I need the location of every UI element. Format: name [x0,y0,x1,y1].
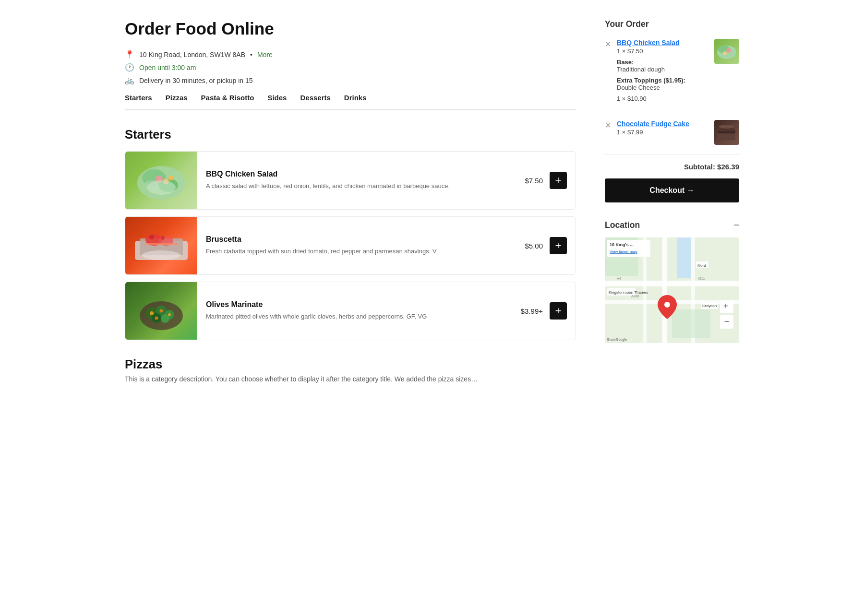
map-container[interactable]: Kingston upon Thames Croydon Ilford A4 A… [605,237,739,343]
bbq-salad-price: $7.50 [525,177,543,185]
svg-text:Kingston upon Thames: Kingston upon Thames [609,290,648,295]
svg-text:Croydon: Croydon [702,304,717,308]
svg-text:View larger map: View larger map [610,249,637,254]
bruscetta-body: Bruscetta Fresh ciabatta topped with sun… [197,217,516,274]
svg-point-6 [168,176,173,180]
svg-text:A406: A406 [631,295,639,298]
olives-add-button[interactable]: + [550,302,567,320]
olives-body: Olives Marinate Marinated pitted olives … [197,282,512,340]
order-bbq-salad-image [714,39,739,64]
nav-pizzas[interactable]: Pizzas [166,94,188,104]
page-title: Order Food Online [125,19,576,38]
svg-point-33 [719,125,734,129]
address-text: 10 King Road, London, SW1W 8AB [139,51,245,59]
order-bbq-salad-qty-price: 1 × $7.50 [617,47,708,55]
menu-item-olives: Olives Marinate Marinated pitted olives … [125,282,576,340]
nav-pasta-risotto[interactable]: Pasta & Risotto [201,94,254,104]
order-item-bbq-salad: ✕ BBQ Chicken Salad 1 × $7.50 Base: Trad… [605,39,739,102]
bruscetta-desc: Fresh ciabatta topped with sun dried tom… [206,247,507,256]
bbq-salad-svg [125,152,197,209]
bruscetta-image [125,217,197,274]
pizzas-desc: This is a category description. You can … [125,375,576,383]
clock-icon: 🕐 [125,63,134,72]
menu-item-bbq-salad: BBQ Chicken Salad A classic salad with l… [125,151,576,210]
bbq-salad-name: BBQ Chicken Salad [206,170,507,178]
remove-bbq-salad-button[interactable]: ✕ [605,40,611,49]
olives-desc: Marinated pitted olives with whole garli… [206,312,504,321]
subtotal-label: Subtotal: [684,163,717,171]
order-item-bbq-salad-details: BBQ Chicken Salad 1 × $7.50 Base: Tradit… [617,39,708,102]
svg-rect-42 [677,237,691,278]
nav-desserts[interactable]: Desserts [300,94,330,104]
starters-title: Starters [125,128,576,142]
svg-text:EnsorGoogle: EnsorGoogle [607,338,627,342]
category-nav: Starters Pizzas Pasta & Risotto Sides De… [125,94,576,110]
order-bbq-salad-base-label: Base: [617,59,708,66]
svg-point-23 [160,309,163,313]
svg-rect-41 [672,309,710,338]
order-divider-1 [605,112,739,112]
order-item-cake: ✕ Chocolate Fudge Cake 1 × $7.99 [605,120,739,145]
svg-point-25 [155,317,158,320]
olives-image [125,282,197,340]
order-title: Your Order [605,19,739,29]
svg-point-15 [142,250,180,260]
svg-rect-37 [662,237,667,343]
location-title-text: Location [605,220,640,230]
main-content: Order Food Online 📍 10 King Road, London… [125,19,576,391]
svg-rect-12 [144,243,178,245]
order-bbq-salad-subtotal: 1 × $10.90 [617,95,708,102]
order-cake-image [714,120,739,145]
bbq-salad-add-button[interactable]: + [550,172,567,189]
open-status: Open until 3:00 am [139,64,196,71]
starters-section: Starters BBQ Chicken S [125,128,576,340]
bruscetta-right: $5.00 + [516,217,576,274]
map-svg: Kingston upon Thames Croydon Ilford A4 A… [605,237,739,343]
svg-point-22 [150,311,154,315]
bruscetta-svg [125,217,197,274]
nav-starters[interactable]: Starters [125,94,152,104]
bbq-salad-right: $7.50 + [516,152,576,209]
svg-point-13 [149,235,154,239]
remove-cake-button[interactable]: ✕ [605,121,611,130]
order-cake-qty-price: 1 × $7.99 [617,129,708,136]
delivery-info: Delivery in 30 minutes, or pickup in 15 [139,77,253,84]
order-divider-2 [605,154,739,155]
svg-text:+: + [723,301,729,311]
bruscetta-add-button[interactable]: + [550,237,567,254]
checkout-button[interactable]: Checkout → [605,178,739,202]
order-bbq-salad-toppings-val: Double Cheese [617,84,708,91]
delivery-icon: 🚲 [125,76,134,85]
location-header: Location − [605,220,739,231]
bbq-salad-body: BBQ Chicken Salad A classic salad with l… [197,152,516,209]
svg-rect-35 [605,281,739,286]
order-bbq-salad-toppings-label: Extra Toppings ($1.95): [617,77,708,84]
order-cake-name[interactable]: Chocolate Fudge Cake [617,120,708,128]
location-pin-icon: 📍 [125,50,134,59]
svg-text:M11: M11 [698,277,705,280]
svg-text:−: − [724,317,730,326]
order-item-cake-details: Chocolate Fudge Cake 1 × $7.99 [617,120,708,136]
svg-point-24 [168,313,171,316]
bbq-salad-image [125,152,197,209]
svg-point-14 [161,236,165,240]
svg-point-29 [723,51,727,55]
subtotal-row: Subtotal: $26.39 [605,163,739,171]
order-bbq-salad-name[interactable]: BBQ Chicken Salad [617,39,708,47]
menu-item-bruscetta: Bruscetta Fresh ciabatta topped with sun… [125,216,576,275]
bruscetta-name: Bruscetta [206,235,507,244]
olives-price: $3.99+ [521,307,543,315]
bruscetta-price: $5.00 [525,242,543,250]
svg-text:10 King's ...: 10 King's ... [610,242,634,247]
location-collapse-button[interactable]: − [733,220,739,231]
nav-drinks[interactable]: Drinks [344,94,367,104]
olives-name: Olives Marinate [206,300,504,309]
subtotal-value: $26.39 [717,163,739,171]
pizzas-section: Pizzas This is a category description. Y… [125,357,576,383]
more-link[interactable]: More [257,51,273,59]
pizzas-title: Pizzas [125,357,576,371]
location-section: Location − [605,220,739,343]
olives-svg [125,282,197,340]
nav-sides[interactable]: Sides [267,94,287,104]
order-bbq-salad-base-val: Traditional dough [617,66,708,73]
